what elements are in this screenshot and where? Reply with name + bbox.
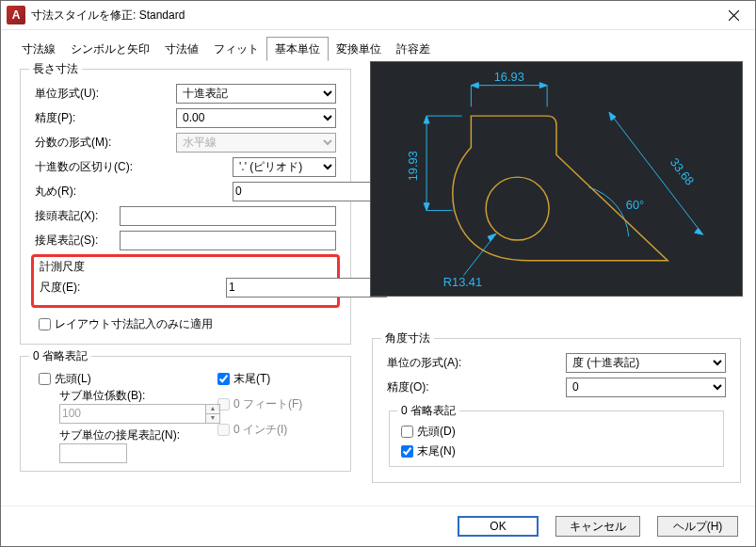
group-scale: 計測尺度 尺度(E): ▲▼ bbox=[31, 254, 340, 308]
feet-label: 0 フィート(F) bbox=[233, 396, 302, 412]
close-icon bbox=[729, 10, 739, 21]
group-angle-dim: 角度寸法 単位の形式(A): 度 (十進表記) 精度(O): 0 0 省略表記 … bbox=[372, 330, 741, 483]
sub-factor-input bbox=[59, 404, 205, 424]
angle-trail-label: 末尾(N) bbox=[417, 443, 456, 459]
angle-lead-label: 先頭(D) bbox=[417, 424, 456, 440]
window-title: 寸法スタイルを修正: Standard bbox=[31, 8, 712, 24]
leading-checkbox[interactable]: 先頭(L) bbox=[35, 370, 201, 388]
sub-factor-label: サブ単位係数(B): bbox=[59, 388, 214, 404]
svg-text:19.93: 19.93 bbox=[406, 151, 420, 181]
trailing-checkbox[interactable]: 末尾(T) bbox=[214, 370, 302, 388]
svg-text:33.68: 33.68 bbox=[668, 155, 698, 187]
close-button[interactable] bbox=[712, 1, 755, 29]
angle-zero-legend: 0 省略表記 bbox=[397, 403, 459, 419]
angle-lead-checkbox[interactable]: 先頭(D) bbox=[397, 423, 702, 441]
round-label: 丸め(R): bbox=[35, 184, 176, 200]
precision-label: 精度(P): bbox=[35, 110, 176, 126]
tab-bar: 寸法線 シンボルと矢印 寸法値 フィット 基本単位 変換単位 許容差 bbox=[14, 38, 742, 61]
group-zero-suppress: 0 省略表記 先頭(L) サブ単位係数(B): ▲▼ bbox=[20, 348, 351, 472]
round-spinner[interactable]: ▲▼ bbox=[233, 182, 336, 201]
group-angle-zero: 0 省略表記 先頭(D) 末尾(N) bbox=[389, 403, 724, 467]
tab-fit[interactable]: フィット bbox=[206, 38, 266, 60]
tab-text[interactable]: 寸法値 bbox=[157, 38, 206, 60]
angle-prec-label: 精度(O): bbox=[387, 379, 566, 395]
angle-trail-checkbox[interactable]: 末尾(N) bbox=[397, 442, 702, 460]
cancel-button[interactable]: キャンセル bbox=[555, 516, 640, 537]
inch-checkbox: 0 インチ(I) bbox=[214, 421, 302, 439]
angle-format-select[interactable]: 度 (十進表記) bbox=[566, 353, 726, 373]
sub-factor-up-icon: ▲ bbox=[206, 405, 219, 414]
angle-prec-select[interactable]: 0 bbox=[566, 378, 726, 397]
angle-format-label: 単位の形式(A): bbox=[387, 355, 566, 371]
ok-button[interactable]: OK bbox=[458, 516, 539, 537]
sub-suffix-input bbox=[59, 443, 127, 463]
svg-text:60°: 60° bbox=[626, 198, 644, 212]
layout-only-label: レイアウト寸法記入のみに適用 bbox=[55, 316, 213, 332]
sub-suffix-label: サブ単位の接尾表記(N): bbox=[59, 427, 214, 443]
sub-factor-down-icon: ▼ bbox=[206, 414, 219, 423]
preview-pane: 16.93 19.93 33.68 60° bbox=[370, 61, 743, 297]
trailing-label: 末尾(T) bbox=[233, 371, 270, 387]
unit-format-label: 単位形式(U): bbox=[35, 86, 176, 102]
svg-point-13 bbox=[486, 177, 549, 240]
zero-legend: 0 省略表記 bbox=[29, 348, 91, 364]
suffix-label: 接尾表記(S): bbox=[35, 233, 120, 249]
tab-alt-units[interactable]: 変換単位 bbox=[329, 38, 389, 60]
svg-text:R13.41: R13.41 bbox=[443, 275, 482, 289]
angle-legend: 角度寸法 bbox=[381, 330, 434, 346]
scale-input[interactable] bbox=[226, 278, 372, 298]
length-dim-legend: 長さ寸法 bbox=[29, 61, 82, 77]
precision-select[interactable]: 0.00 bbox=[176, 108, 336, 128]
leading-label: 先頭(L) bbox=[55, 371, 91, 387]
prefix-input[interactable] bbox=[120, 206, 336, 226]
scale-legend: 計測尺度 bbox=[40, 259, 335, 275]
tab-primary-units[interactable]: 基本単位 bbox=[266, 37, 329, 61]
fraction-label: 分数の形式(M): bbox=[35, 135, 176, 151]
decimal-sep-label: 十進数の区切り(C): bbox=[35, 159, 176, 175]
fraction-select: 水平線 bbox=[176, 133, 336, 153]
app-icon: A bbox=[7, 6, 25, 24]
round-input[interactable] bbox=[233, 182, 378, 201]
prefix-label: 接頭表記(X): bbox=[35, 208, 120, 224]
tab-dimline[interactable]: 寸法線 bbox=[14, 38, 63, 60]
feet-checkbox: 0 フィート(F) bbox=[214, 395, 302, 413]
decimal-sep-select[interactable]: '.' (ピリオド) bbox=[233, 157, 336, 177]
sub-factor-spinner: ▲▼ bbox=[59, 404, 142, 424]
group-length-dim: 長さ寸法 単位形式(U): 十進表記 精度(P): 0.00 分数の形式(M):… bbox=[20, 61, 351, 345]
svg-text:16.93: 16.93 bbox=[494, 70, 524, 84]
tab-symbols[interactable]: シンボルと矢印 bbox=[63, 38, 157, 60]
unit-format-select[interactable]: 十進表記 bbox=[176, 84, 336, 104]
layout-only-checkbox[interactable]: レイアウト寸法記入のみに適用 bbox=[35, 315, 213, 333]
scale-spinner[interactable]: ▲▼ bbox=[226, 278, 309, 298]
suffix-input[interactable] bbox=[120, 231, 336, 250]
inch-label: 0 インチ(I) bbox=[233, 422, 287, 438]
help-button[interactable]: ヘルプ(H) bbox=[657, 516, 738, 537]
scale-label: 尺度(E): bbox=[40, 280, 226, 296]
tab-tolerance[interactable]: 許容差 bbox=[389, 38, 438, 60]
